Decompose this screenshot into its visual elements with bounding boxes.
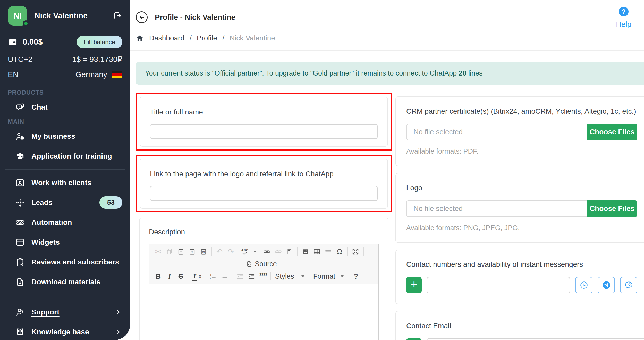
link-input[interactable] — [150, 186, 378, 201]
flag-icon — [286, 248, 293, 255]
add-phone-button[interactable]: + — [406, 277, 422, 293]
back-button[interactable] — [136, 11, 148, 23]
numbered-list-icon: 12 — [209, 272, 217, 280]
undo-button[interactable]: ↶ — [214, 246, 225, 257]
timezone-row: UTC+2 1$ = 93.1730₽ — [0, 55, 130, 64]
contact-email-card: Contact Email + — [395, 311, 644, 340]
breadcrumb: Dashboard / Profile / Nick Valentine — [136, 34, 644, 42]
toolbar-row-source: Source — [152, 258, 375, 270]
user-name: Nick Valentine — [35, 11, 88, 20]
balance-amount: 0.00$ — [23, 37, 43, 47]
fill-balance-button[interactable]: Fill balance — [77, 36, 122, 48]
spellcheck-button[interactable]: ABC — [241, 246, 257, 257]
copy-button[interactable] — [164, 246, 175, 257]
sidebar: NI Nick Valentine 0.00$ Fill balance UTC… — [0, 0, 130, 340]
logout-button[interactable] — [113, 11, 122, 21]
logo-label: Logo — [406, 184, 637, 192]
breadcrumb-item-profile[interactable]: Profile — [197, 34, 217, 42]
language[interactable]: EN — [8, 70, 19, 79]
balance-row: 0.00$ Fill balance — [0, 36, 130, 48]
sidebar-item-knowledge-base[interactable]: Knowledge base — [0, 322, 130, 340]
image-icon — [302, 248, 309, 255]
unlink-button[interactable] — [273, 246, 284, 257]
breadcrumb-item-dashboard[interactable]: Dashboard — [149, 34, 184, 42]
link-field-label: Link to the page with the logo and refer… — [150, 170, 378, 178]
source-button[interactable]: Source — [246, 259, 277, 269]
viber-toggle-button[interactable] — [620, 277, 637, 293]
editor-about-button[interactable]: ? — [350, 271, 362, 282]
crm-choose-files-button[interactable]: Choose Files — [587, 124, 637, 140]
editor-text-area[interactable] — [149, 284, 378, 340]
sidebar-item-label: Reviews and subscribers — [31, 258, 119, 266]
sidebar-item-reviews-and-subscribers[interactable]: Reviews and subscribers — [0, 252, 130, 272]
blockquote-button[interactable]: ”” — [257, 271, 268, 282]
bulleted-list-button[interactable] — [218, 271, 230, 282]
phone-input[interactable] — [427, 277, 570, 293]
language-row: EN Germany — [0, 69, 130, 80]
widgets-window-icon — [15, 237, 25, 247]
telegram-toggle-button[interactable] — [598, 277, 615, 293]
sidebar-item-my-business[interactable]: My business — [0, 126, 130, 146]
decrease-indent-button[interactable] — [234, 271, 246, 282]
whatsapp-toggle-button[interactable] — [575, 277, 592, 293]
timezone[interactable]: UTC+2 — [8, 55, 32, 64]
sidebar-item-chat[interactable]: Chat — [0, 97, 130, 117]
annotation-highlight-title: Title or full name — [136, 93, 392, 151]
link-button[interactable] — [261, 246, 273, 257]
italic-button[interactable]: I — [164, 271, 175, 282]
breadcrumb-separator: / — [222, 34, 224, 42]
link-card: Link to the page with the logo and refer… — [140, 159, 388, 209]
numbered-list-button[interactable]: 12 — [207, 271, 218, 282]
bold-button[interactable]: B — [152, 271, 164, 282]
country-selector[interactable]: Germany — [75, 70, 122, 79]
sidebar-item-label: Automation — [31, 218, 72, 227]
anchor-flag-button[interactable] — [284, 246, 295, 257]
avatar[interactable]: NI — [8, 6, 27, 26]
source-icon — [246, 261, 253, 267]
sidebar-item-work-with-clients[interactable]: Work with clients — [0, 173, 130, 193]
sidebar-item-leads[interactable]: Leads 53 — [0, 193, 130, 212]
format-dropdown[interactable]: Format — [311, 271, 346, 282]
viber-icon — [624, 280, 633, 290]
link-icon — [263, 248, 271, 255]
banner-bold-count: 20 — [459, 69, 466, 77]
title-input[interactable] — [150, 124, 378, 139]
banner-text-after: lines — [467, 69, 483, 77]
leads-count-badge: 53 — [99, 196, 122, 209]
sidebar-item-widgets[interactable]: Widgets — [0, 232, 130, 252]
email-input[interactable] — [427, 338, 644, 340]
sidebar-item-download-materials[interactable]: Download materials — [0, 272, 130, 292]
maximize-button[interactable] — [350, 246, 361, 257]
sidebar-item-application-for-training[interactable]: Application for training — [0, 146, 130, 166]
whatsapp-icon — [579, 280, 589, 290]
title-card: Title or full name — [140, 97, 388, 147]
home-icon[interactable] — [136, 34, 144, 42]
table-button[interactable] — [311, 246, 323, 257]
clipboard-check-icon — [15, 257, 25, 267]
paste-from-word-button[interactable]: W — [198, 246, 209, 257]
add-email-button[interactable]: + — [406, 338, 422, 340]
help-label[interactable]: Help — [616, 20, 631, 29]
sidebar-item-support[interactable]: Support — [0, 302, 130, 322]
svg-text:T: T — [191, 250, 193, 254]
remove-format-button[interactable]: Tx — [191, 271, 202, 282]
paste-button[interactable] — [175, 246, 187, 257]
sidebar-item-automation[interactable]: Automation — [0, 212, 130, 232]
logo-choose-files-button[interactable]: Choose Files — [587, 200, 637, 217]
crm-file-row: No file selected Choose Files — [406, 124, 637, 140]
styles-dropdown[interactable]: Styles — [273, 271, 307, 282]
horizontal-rule-button[interactable] — [323, 246, 334, 257]
strikethrough-button[interactable]: S — [175, 271, 187, 282]
redo-button[interactable]: ↷ — [225, 246, 236, 257]
wallet-icon — [8, 37, 18, 47]
paste-as-text-button[interactable]: T — [187, 246, 198, 257]
help-link[interactable]: ? Help — [612, 7, 635, 29]
rich-text-editor: ✂ T W ↶ ↷ ABC — [149, 244, 379, 340]
help-icon[interactable]: ? — [619, 7, 629, 16]
image-button[interactable] — [300, 246, 311, 257]
special-char-button[interactable]: Ω — [334, 246, 345, 257]
contacts-label: Contact numbers and availability of inst… — [406, 260, 637, 269]
cut-button[interactable]: ✂ — [152, 246, 164, 257]
increase-indent-button[interactable] — [246, 271, 257, 282]
chevron-right-icon — [114, 308, 122, 316]
